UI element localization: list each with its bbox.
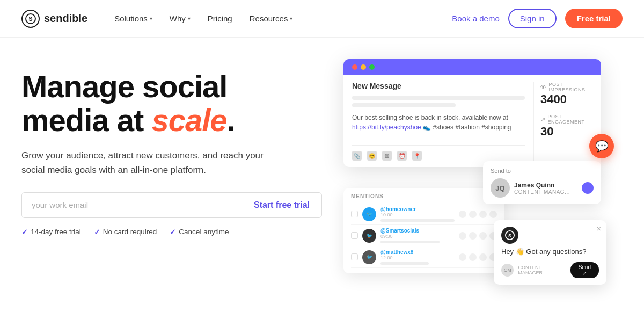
- mention-action-icon: [459, 253, 466, 261]
- compose-window: New Message Our best-selling shoe is bac…: [343, 59, 601, 167]
- sendto-avatar: JQ: [491, 178, 510, 198]
- mention-actions-3: [459, 253, 497, 261]
- mention-content-2: @Smartsocials 09:30: [380, 228, 455, 243]
- stat-engagement-value: 30: [540, 125, 592, 139]
- mention-row-1: 🐦 @homeowner 10:00: [351, 204, 497, 225]
- nav-pricing[interactable]: Pricing: [200, 10, 240, 27]
- stat-engagement: ↗ POST ENGAGEMENT 30: [540, 114, 592, 139]
- compose-body: New Message Our best-selling shoe is bac…: [343, 75, 601, 167]
- sendto-dot: [582, 182, 594, 194]
- stat-impressions: 👁 POST IMPRESSIONS 3400: [540, 82, 592, 106]
- chat-bubble-button[interactable]: 💬: [589, 134, 614, 158]
- nav-solutions[interactable]: Solutions ▾: [107, 10, 160, 27]
- chat-message: Hey 👋 Got any questions?: [501, 247, 599, 257]
- attachment-icon: 📎: [352, 151, 362, 161]
- check-icon: ✓: [94, 228, 100, 236]
- logo-text: sendible: [44, 12, 87, 25]
- compose-toolbar: 📎 😊 🖼 ⏰ 📍: [352, 145, 525, 161]
- mention-bar-3: [380, 262, 429, 265]
- hero-right: New Message Our best-selling shoe is bac…: [343, 59, 623, 167]
- compose-link: https://bit.ly/peachyshoe: [352, 124, 421, 131]
- mention-avatar-2: 🐦: [362, 229, 376, 243]
- nav-right: Book a demo Sign in Free trial: [452, 9, 623, 28]
- mention-row-2: 🐦 @Smartsocials 09:30: [351, 225, 497, 247]
- nav-links: Solutions ▾ Why ▾ Pricing Resources ▾: [107, 10, 452, 27]
- chevron-down-icon: ▾: [188, 16, 191, 21]
- mention-action-icon: [469, 211, 477, 218]
- logo-icon: S: [21, 10, 40, 28]
- free-trial-button[interactable]: Free trial: [565, 9, 623, 28]
- check-card: ✓ No card required: [94, 228, 157, 236]
- window-dot-yellow: [361, 64, 366, 70]
- start-free-trial-button[interactable]: Start free trial: [242, 193, 321, 218]
- mention-action-icon: [479, 211, 487, 218]
- check-icon: ✓: [170, 228, 176, 236]
- compose-main: New Message Our best-selling shoe is bac…: [352, 82, 525, 161]
- mention-time-3: 12:00: [380, 255, 455, 260]
- svg-text:S: S: [508, 233, 511, 238]
- stat-engagement-label: ↗ POST ENGAGEMENT: [540, 114, 592, 125]
- logo[interactable]: S sendible: [21, 10, 87, 28]
- mention-action-icon: [459, 211, 466, 218]
- book-demo-link[interactable]: Book a demo: [452, 14, 499, 23]
- mention-action-icon: [479, 253, 487, 261]
- window-dot-red: [352, 64, 357, 70]
- stat-impressions-label: 👁 POST IMPRESSIONS: [540, 82, 592, 92]
- chat-widget: × S Hey 👋 Got any questions? CM CONTENT …: [494, 220, 606, 285]
- check-trial: ✓ 14-day free trial: [21, 228, 81, 236]
- mention-name-2: @Smartsocials: [380, 228, 455, 234]
- check-cancel: ✓ Cancel anytime: [170, 228, 229, 236]
- chat-send-button[interactable]: Send ↗: [570, 262, 599, 278]
- compose-title: New Message: [352, 82, 525, 90]
- compose-placeholder-line-2: [352, 103, 456, 107]
- eye-icon: 👁: [540, 84, 547, 90]
- hero-section: Manage social media at scale. Grow your …: [0, 38, 644, 319]
- mention-checkbox-2[interactable]: [351, 232, 358, 239]
- sendto-info: James Quinn CONTENT MANAG...: [514, 182, 570, 195]
- signin-button[interactable]: Sign in: [508, 9, 557, 28]
- hero-checks: ✓ 14-day free trial ✓ No card required ✓…: [21, 228, 333, 236]
- mentions-panel: MENTIONS 🐦 @homeowner 10:00 🐦: [343, 188, 504, 273]
- mention-checkbox-1[interactable]: [351, 211, 358, 218]
- mention-action-icon: [489, 211, 497, 218]
- mention-actions-1: [459, 211, 497, 218]
- hero-subtitle: Grow your audience, attract new customer…: [21, 149, 279, 177]
- mention-action-icon: [469, 232, 477, 240]
- chat-footer: CM CONTENT MANAGER Send ↗: [501, 262, 599, 278]
- email-input[interactable]: [22, 193, 242, 217]
- mention-avatar-1: 🐦: [362, 207, 376, 221]
- mention-time-1: 10:00: [380, 212, 455, 218]
- window-titlebar: [343, 59, 601, 75]
- navbar: S sendible Solutions ▾ Why ▾ Pricing Res…: [0, 0, 644, 38]
- hero-left: Manage social media at scale. Grow your …: [21, 59, 333, 236]
- compose-text-area: Our best-selling shoe is back in stock, …: [352, 113, 525, 140]
- mention-checkbox-3[interactable]: [351, 253, 358, 260]
- sendto-role: CONTENT MANAG...: [514, 189, 570, 195]
- send-to-card: Send to JQ James Quinn CONTENT MANAG...: [483, 161, 601, 204]
- mentions-label: MENTIONS: [351, 193, 497, 199]
- svg-text:S: S: [28, 16, 32, 22]
- compose-stats: 👁 POST IMPRESSIONS 3400 ↗ POST ENGAGEMEN…: [533, 82, 592, 161]
- nav-resources[interactable]: Resources ▾: [242, 10, 301, 27]
- stat-impressions-value: 3400: [540, 92, 592, 106]
- engagement-icon: ↗: [540, 116, 546, 123]
- check-icon: ✓: [21, 228, 28, 236]
- mention-bar-2: [380, 241, 440, 243]
- window-dot-green: [369, 64, 375, 70]
- mention-content-3: @matthewx8 12:00: [380, 249, 455, 265]
- mention-action-icon: [479, 232, 487, 240]
- mention-content-1: @homeowner 10:00: [380, 206, 455, 222]
- sendto-label: Send to: [491, 168, 594, 174]
- mention-action-icon: [459, 232, 466, 240]
- nav-why[interactable]: Why ▾: [162, 10, 198, 27]
- mention-row-3: 🐦 @matthewx8 12:00: [351, 247, 497, 268]
- mention-action-icon: [469, 253, 477, 261]
- compose-placeholder-line-1: [352, 96, 525, 100]
- hero-email-form: Start free trial: [21, 192, 322, 218]
- schedule-icon: ⏰: [397, 151, 407, 161]
- mention-avatar-3: 🐦: [362, 250, 376, 264]
- location-icon: 📍: [412, 151, 422, 161]
- close-icon[interactable]: ×: [597, 224, 601, 233]
- mention-bar-1: [380, 219, 455, 222]
- chat-footer-role: CONTENT MANAGER: [518, 265, 566, 276]
